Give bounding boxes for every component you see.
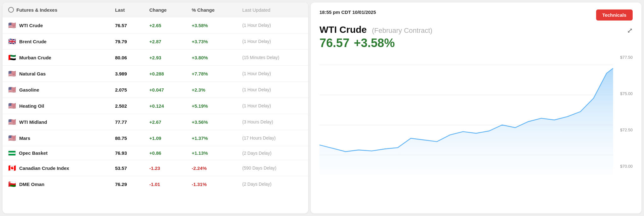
commodity-label: WTI Midland [19,119,47,125]
table-row[interactable]: 🇺🇸 WTI Midland 77.77 +2.67 +3.56% (3 Hou… [3,114,308,130]
pct-change-value: +3.80% [186,50,237,66]
commodity-name-cell: 🇦🇪 Murban Crude [3,50,109,66]
commodity-name-cell: 🇴🇲 DME Oman [3,176,109,192]
change-value: +0.124 [144,98,186,114]
opec-flag-icon [8,151,16,156]
chart-svg [319,55,633,175]
last-updated-value: (1 Hour Delay) [237,17,308,33]
change-value: +2.87 [144,33,186,50]
change-value: +0.86 [144,146,186,160]
flag-icon: 🇺🇸 [8,21,16,29]
change-value: +0.047 [144,82,186,98]
futures-table: Futures & Indexes Last Change % Change L… [3,3,308,192]
expand-icon[interactable]: ⤢ [627,27,633,35]
col-header-last-updated: Last Updated [237,3,308,17]
table-row[interactable]: 🇨🇦 Canadian Crude Index 53.57 -1.23 -2.2… [3,160,308,176]
table-row[interactable]: 🇬🇧 Brent Crude 79.79 +2.87 +3.73% (1 Hou… [3,33,308,50]
commodity-name-cell: 🇨🇦 Canadian Crude Index [3,160,109,176]
flag-icon: 🇺🇸 [8,102,16,110]
chart-label-1: $77.50 [614,55,633,60]
last-updated-value: (1 Hour Delay) [237,82,308,98]
flag-icon: 🇺🇸 [8,134,16,142]
commodity-name-cell: 🇺🇸 Heating Oil [3,98,109,114]
commodity-title-group: WTI Crude (February Contract) [319,24,432,35]
commodity-label: Natural Gas [19,71,46,76]
last-updated-value: (2 Days Delay) [237,176,308,192]
col-header-change: Change [144,3,186,17]
chart-header: 18:55 pm CDT 10/01/2025 Technicals [319,9,633,21]
last-updated-value: (1 Hour Delay) [237,66,308,82]
last-price: 76.29 [109,176,144,192]
commodity-label: Heating Oil [19,103,44,109]
price-chart: $77.50 $75.00 $72.50 $70.00 [319,55,633,175]
col-header-last: Last [109,3,144,17]
last-price: 80.06 [109,50,144,66]
pct-change-value: +2.3% [186,82,237,98]
chart-label-4: $70.00 [614,164,633,169]
col-header-name: Futures & Indexes [3,3,109,17]
flag-icon: 🇴🇲 [8,180,16,188]
table-row[interactable]: 🇺🇸 Natural Gas 3.989 +0.288 +7.78% (1 Ho… [3,66,308,82]
last-price: 2.075 [109,82,144,98]
pct-change-value: +3.73% [186,33,237,50]
last-price: 76.57 [109,17,144,33]
commodity-name-cell: 🇺🇸 Natural Gas [3,66,109,82]
col-header-pct-change: % Change [186,3,237,17]
change-value: +2.67 [144,114,186,130]
commodity-label: Opec Basket [19,150,48,156]
last-price: 2.502 [109,98,144,114]
chart-area-fill [319,68,613,175]
table-row[interactable]: 🇺🇸 Gasoline 2.075 +0.047 +2.3% (1 Hour D… [3,82,308,98]
table-row[interactable]: 🇺🇸 WTI Crude 76.57 +2.65 +3.58% (1 Hour … [3,17,308,33]
technicals-button[interactable]: Technicals [596,9,633,21]
flag-icon: 🇬🇧 [8,38,16,45]
change-value: +0.288 [144,66,186,82]
flag-icon: 🇺🇸 [8,118,16,126]
table-row[interactable]: Opec Basket 76.93 +0.86 +1.13% (2 Days D… [3,146,308,160]
table-header-row: Futures & Indexes Last Change % Change L… [3,3,308,17]
pct-change-value: -2.24% [186,160,237,176]
last-price: 79.79 [109,33,144,50]
pct-change-value: +1.13% [186,146,237,160]
table-row[interactable]: 🇺🇸 Mars 80.75 +1.09 +1.37% (17 Hours Del… [3,130,308,146]
last-price: 3.989 [109,66,144,82]
chart-label-2: $75.00 [614,91,633,96]
last-price: 53.57 [109,160,144,176]
table-row[interactable]: 🇺🇸 Heating Oil 2.502 +0.124 +5.19% (1 Ho… [3,98,308,114]
last-price: 76.93 [109,146,144,160]
datetime-label: 18:55 pm CDT 10/01/2025 [319,9,376,15]
table-row[interactable]: 🇦🇪 Murban Crude 80.06 +2.93 +3.80% (15 M… [3,50,308,66]
flag-icon: 🇨🇦 [8,164,16,172]
price-value: 76.57 [319,36,349,50]
chart-y-labels: $77.50 $75.00 $72.50 $70.00 [614,55,633,175]
flag-icon: 🇺🇸 [8,86,16,93]
futures-table-panel: Futures & Indexes Last Change % Change L… [3,3,308,213]
commodity-name-cell: Opec Basket [3,146,109,160]
last-updated-value: (3 Hours Delay) [237,114,308,130]
commodity-title-row: WTI Crude (February Contract) ⤢ [319,24,633,35]
commodity-name-cell: 🇬🇧 Brent Crude [3,33,109,50]
last-price: 80.75 [109,130,144,146]
change-value: +1.09 [144,130,186,146]
commodity-label: WTI Crude [19,23,43,28]
commodity-label: DME Oman [19,182,44,187]
commodity-name-cell: 🇺🇸 Gasoline [3,82,109,98]
flag-icon: 🇦🇪 [8,54,16,61]
price-change: +3.58% [354,36,395,50]
commodity-name: WTI Crude [319,24,367,35]
price-row: 76.57 +3.58% [319,36,633,50]
commodity-label: Canadian Crude Index [19,165,69,171]
commodity-name-cell: 🇺🇸 Mars [3,130,109,146]
commodity-name-cell: 🇺🇸 WTI Crude [3,17,109,33]
change-value: +2.65 [144,17,186,33]
pct-change-value: +3.56% [186,114,237,130]
pct-change-value: +5.19% [186,98,237,114]
commodity-label: Murban Crude [19,55,51,60]
last-price: 77.77 [109,114,144,130]
last-updated-value: (1 Hour Delay) [237,33,308,50]
change-value: +2.93 [144,50,186,66]
table-row[interactable]: 🇴🇲 DME Oman 76.29 -1.01 -1.31% (2 Days D… [3,176,308,192]
last-updated-value: (2 Days Delay) [237,146,308,160]
pct-change-value: +7.78% [186,66,237,82]
last-updated-value: (15 Minutes Delay) [237,50,308,66]
